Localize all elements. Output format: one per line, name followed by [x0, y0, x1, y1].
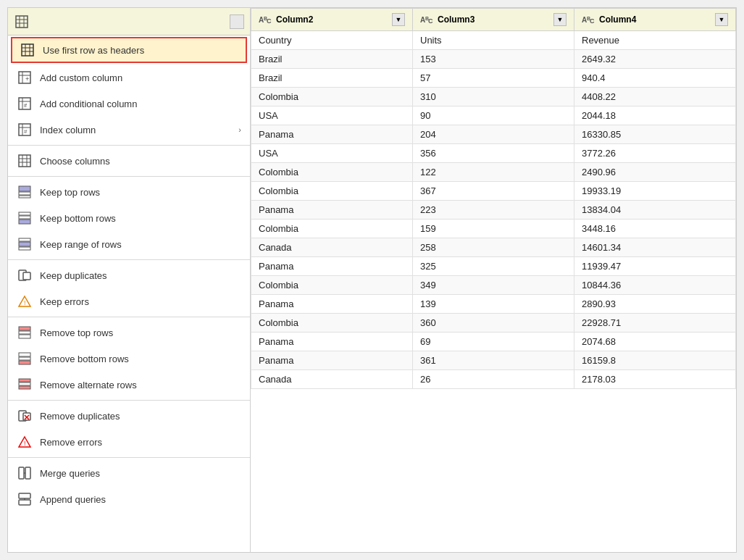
menu-item-remove-bottom-rows[interactable]: Remove bottom rows [8, 346, 250, 372]
cell-r2-c0: Brazil [251, 69, 413, 88]
cell-r11-c0: Canada [251, 238, 413, 257]
cell-r6-c1: 356 [413, 144, 574, 163]
menu-item-label-keep-top-rows: Keep top rows [40, 187, 241, 198]
column-dropdown-button[interactable] [230, 14, 244, 29]
menu-panel: Use first row as headers+Add custom colu… [8, 8, 251, 552]
svg-text:!: ! [24, 440, 26, 447]
cell-r2-c1: 57 [413, 69, 574, 88]
menu-item-add-conditional-col[interactable]: ifAdd conditional column [8, 91, 250, 117]
svg-rect-45 [19, 361, 30, 364]
cell-r12-c2: 11939.47 [574, 257, 736, 276]
svg-rect-29 [19, 196, 30, 198]
table-area[interactable]: A B C Column2 ▼ A B C Column3 ▼ [251, 8, 736, 552]
svg-rect-33 [19, 238, 30, 241]
col-dropdown-col1[interactable]: ▼ [392, 13, 405, 26]
svg-rect-27 [19, 186, 30, 191]
svg-rect-35 [19, 247, 30, 250]
cell-r18-c0: Canada [251, 370, 413, 389]
menu-item-add-custom-col[interactable]: +Add custom column [8, 64, 250, 91]
svg-rect-56 [25, 467, 30, 479]
keep-range-icon [17, 236, 33, 252]
cell-r8-c1: 367 [413, 182, 574, 201]
cell-r4-c2: 2044.18 [574, 106, 736, 125]
menu-item-use-first-row[interactable]: Use first row as headers [11, 37, 247, 63]
menu-separator-13 [8, 317, 250, 317]
column-header-col3: A B C Column4 ▼ [574, 9, 736, 31]
svg-rect-32 [19, 220, 30, 224]
cell-r10-c1: 159 [413, 220, 574, 238]
menu-item-label-add-conditional-col: Add conditional column [40, 99, 241, 109]
remove-alt-icon [17, 377, 33, 393]
menu-item-merge-queries[interactable]: Merge queries [8, 460, 250, 486]
svg-rect-0 [16, 16, 28, 28]
menu-item-keep-duplicates[interactable]: Keep duplicates [8, 262, 250, 288]
table-row: Colombia34910844.36 [251, 276, 736, 295]
column-header-col2: A B C Column3 ▼ [413, 9, 574, 31]
table-row: Panama20416330.85 [251, 125, 736, 144]
menu-item-keep-errors[interactable]: !Keep errors [8, 288, 250, 314]
menu-item-label-remove-bottom-rows: Remove bottom rows [40, 354, 241, 364]
svg-rect-37 [23, 272, 30, 280]
menu-separator-6 [8, 176, 250, 177]
menu-item-index-column[interactable]: #Index column› [8, 117, 250, 143]
menu-item-label-merge-queries: Merge queries [40, 468, 241, 479]
cell-r3-c0: Colombia [251, 88, 413, 106]
cell-r4-c0: USA [251, 106, 413, 125]
table-row: USA902044.18 [251, 106, 736, 125]
keep-errors-icon: ! [17, 293, 33, 309]
index-col-icon: # [17, 122, 33, 138]
svg-text:+: + [25, 75, 29, 83]
menu-item-remove-alternate-rows[interactable]: Remove alternate rows [8, 372, 250, 398]
menu-item-remove-duplicates[interactable]: Remove duplicates [8, 403, 250, 429]
keep-top-icon [17, 184, 33, 200]
menu-item-append-queries[interactable]: Append queries [8, 486, 250, 512]
data-table: A B C Column2 ▼ A B C Column3 ▼ [251, 8, 736, 389]
menu-separator-4 [8, 145, 250, 146]
menu-item-label-add-custom-col: Add custom column [40, 72, 241, 83]
cell-r7-c1: 122 [413, 163, 574, 182]
cell-r8-c0: Colombia [251, 182, 413, 201]
cell-r18-c1: 26 [413, 370, 574, 389]
table-row: USA3563772.26 [251, 144, 736, 163]
column-table-icon [14, 14, 30, 30]
menu-item-label-keep-bottom-rows: Keep bottom rows [40, 213, 241, 224]
svg-rect-59 [19, 500, 30, 505]
menu-separator-17 [8, 400, 250, 401]
remove-dupes-icon [17, 408, 33, 424]
cell-r1-c1: 153 [413, 50, 574, 69]
cell-r18-c2: 2178.03 [574, 370, 736, 389]
col-dropdown-col3[interactable]: ▼ [715, 13, 728, 26]
menu-item-keep-range-rows[interactable]: Keep range of rows [8, 231, 250, 257]
menu-item-label-append-queries: Append queries [40, 494, 241, 505]
table-row: Panama36116159.8 [251, 351, 736, 370]
cell-r4-c1: 90 [413, 106, 574, 125]
keep-dupes-icon [17, 267, 33, 283]
table-row: Canada262178.03 [251, 370, 736, 389]
cell-r13-c1: 349 [413, 276, 574, 295]
menu-item-remove-top-rows[interactable]: Remove top rows [8, 319, 250, 346]
cell-r17-c1: 361 [413, 351, 574, 370]
col-dropdown-col2[interactable]: ▼ [553, 13, 567, 26]
submenu-arrow-index-column: › [238, 125, 241, 134]
custom-col-icon: + [17, 70, 33, 85]
menu-item-label-use-first-row: Use first row as headers [43, 45, 238, 56]
table-header: A B C Column2 ▼ A B C Column3 ▼ [251, 9, 736, 31]
menu-item-label-remove-errors: Remove errors [40, 437, 241, 448]
cell-r15-c1: 360 [413, 314, 574, 333]
cell-r15-c2: 22928.71 [574, 314, 736, 333]
table-row: Panama22313834.04 [251, 201, 736, 220]
table-row: Brazil57940.4 [251, 69, 736, 88]
svg-rect-42 [19, 335, 30, 338]
keep-bottom-icon [17, 210, 33, 226]
svg-text:C: C [590, 17, 595, 25]
menu-item-choose-columns[interactable]: Choose columns [8, 148, 250, 174]
svg-rect-58 [19, 493, 30, 498]
remove-bottom-icon [17, 351, 33, 367]
menu-item-keep-bottom-rows[interactable]: Keep bottom rows [8, 205, 250, 231]
cell-r1-c2: 2649.32 [574, 50, 736, 69]
menu-item-remove-errors[interactable]: !Remove errors [8, 429, 250, 455]
cell-r16-c1: 69 [413, 333, 574, 351]
cell-r7-c2: 2490.96 [574, 163, 736, 182]
table-row: Colombia1593448.16 [251, 220, 736, 238]
menu-item-keep-top-rows[interactable]: Keep top rows [8, 179, 250, 205]
